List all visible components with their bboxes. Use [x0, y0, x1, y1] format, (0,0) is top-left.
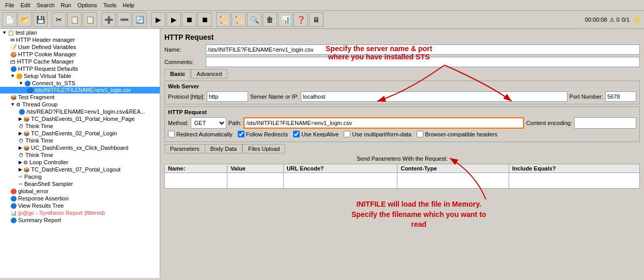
tree-item-tc-dash01[interactable]: ▶ 📦 TC_DashEvents_01_Portal_Home_Page: [0, 115, 160, 122]
tree-item-http-read[interactable]: 🔵 /sts/READ?FILENAME=env1_login.csv&REA.…: [0, 108, 160, 115]
tree-item-tc-dash02[interactable]: ▶ 📦 TC_DashEvents_02_Portal_Login: [0, 130, 160, 137]
encoding-input[interactable]: [574, 117, 636, 129]
redirect-checkbox[interactable]: [168, 131, 175, 137]
new-button[interactable]: 📄: [2, 12, 17, 27]
tab-basic[interactable]: Basic: [164, 69, 191, 79]
keepalive-checkbox[interactable]: [293, 131, 300, 137]
script2-button[interactable]: 📜: [232, 12, 246, 27]
tree-item-request-defaults[interactable]: 🔵 HTTP Request Defaults: [0, 65, 160, 72]
toggle-connect-to-sts[interactable]: ▼: [19, 81, 23, 86]
keepalive-check[interactable]: Use KeepAlive: [293, 131, 339, 137]
setup-virtual-icon: 🟠: [16, 73, 22, 79]
toggle-uc-dash-click[interactable]: ▶: [19, 145, 22, 150]
toggle-tc-dash02[interactable]: ▶: [19, 131, 22, 136]
tree-item-cookie-manager[interactable]: 🍪 HTTP Cookie Manager: [0, 51, 160, 58]
tree-item-loop-controller[interactable]: ▶ ⚙ Loop Controller: [0, 159, 160, 166]
follow-redirects-checkbox[interactable]: [238, 131, 244, 137]
toggle-tc-dash01[interactable]: ▶: [19, 116, 22, 121]
browser-compat-check[interactable]: Browser-compatible headers: [417, 131, 497, 137]
tree-item-http-initfile[interactable]: 🔵 /sts/INITFILE?FILENAME=env1_login.csv: [0, 87, 160, 94]
list-button[interactable]: 📊: [278, 12, 293, 27]
tree-item-connect-to-sts[interactable]: ▼ 🔵 Connect_to_STS: [0, 80, 160, 87]
menu-options[interactable]: Options: [74, 1, 100, 9]
menu-edit[interactable]: Edit: [18, 1, 34, 9]
tree-item-pacing[interactable]: ✏ Pacing: [0, 173, 160, 180]
name-input[interactable]: [206, 44, 640, 55]
shutdown-button[interactable]: ⏹: [197, 12, 212, 27]
tree-item-think-time-2[interactable]: ⏱ Think Time: [0, 137, 160, 144]
menu-tools[interactable]: Tools: [100, 1, 120, 9]
tree-label-connect-to-sts: Connect_to_STS: [32, 80, 75, 86]
tree-label-jp-gc: jp@gc - Synthesis Report (filtered): [18, 210, 105, 216]
clear-button[interactable]: 🗑: [263, 12, 277, 27]
toggle-loop-controller[interactable]: ▶: [19, 160, 22, 165]
tree-item-test-fragment[interactable]: 📦 Test Fragment: [0, 94, 160, 101]
search-btn[interactable]: 🔍: [247, 12, 262, 27]
tree-item-beanshell[interactable]: ✏ BeanShell Sampler: [0, 180, 160, 188]
tab-parameters[interactable]: Parameters: [164, 144, 205, 153]
tree-item-response-assertion[interactable]: 🔵 Response Assertion: [0, 195, 160, 202]
paste-button[interactable]: 📋: [83, 12, 97, 27]
send-params-label: Send Parameters With the Request:: [164, 155, 640, 162]
server-name-input[interactable]: [301, 91, 568, 102]
start-no-pauses[interactable]: ▶: [166, 12, 181, 27]
tree-item-think-time-1[interactable]: ⏱ Think Time: [0, 122, 160, 130]
script-button[interactable]: 📜: [216, 12, 231, 27]
remote-button[interactable]: 🖥: [309, 12, 324, 27]
menu-help[interactable]: Help: [119, 1, 137, 9]
tree-item-jp-gc[interactable]: 📊 jp@gc - Synthesis Report (filtered): [0, 209, 160, 216]
expand-button[interactable]: ➕: [101, 12, 116, 27]
protocol-input[interactable]: [207, 91, 248, 102]
header-manager-icon: ✉: [10, 37, 14, 43]
follow-redirects-check[interactable]: Follow Redirects: [238, 131, 288, 137]
toggle-test-plan[interactable]: ▼: [2, 30, 7, 35]
tree-item-view-results[interactable]: 🔵 View Results Tree: [0, 202, 160, 209]
comments-input[interactable]: [206, 57, 640, 67]
loop-controller-icon: ⚙: [23, 160, 28, 165]
tree-item-user-vars[interactable]: 📝 User Defined Variables: [0, 43, 160, 51]
redirect-check[interactable]: Redirect Automatically: [168, 131, 233, 137]
path-input[interactable]: [243, 117, 524, 129]
tree-item-global-error[interactable]: 🔴 global_error: [0, 188, 160, 195]
multipart-checkbox[interactable]: [344, 131, 350, 137]
tree-item-header-manager[interactable]: ✉ HTTP Header manager: [0, 36, 160, 43]
menu-run[interactable]: Run: [58, 1, 74, 9]
port-input[interactable]: [605, 91, 636, 102]
tree-item-setup-virtual[interactable]: ▼ 🟠 Setup Virtual Table: [0, 72, 160, 80]
help-icon-btn[interactable]: ❓: [294, 12, 308, 27]
cut-button[interactable]: ✂: [52, 12, 66, 27]
tree-item-cache-manager[interactable]: 🗃 HTTP Cache Manager: [0, 58, 160, 65]
tree-item-thread-group[interactable]: ▼ ⚙ Thread Group: [0, 101, 160, 108]
tab-advanced[interactable]: Advanced: [191, 69, 227, 79]
param-tabs: Parameters Body Data Files Upload: [164, 144, 640, 153]
tab-body-data[interactable]: Body Data: [205, 144, 242, 153]
tree-item-uc-dash-click[interactable]: ▶ 📦 UC_DashEvents_xx_Click_Dashboard: [0, 144, 160, 151]
save-button[interactable]: 💾: [33, 12, 48, 27]
menu-file[interactable]: File: [2, 1, 18, 9]
tree-item-think-time-3[interactable]: ⏱ Think Time: [0, 151, 160, 159]
warning-count: 0: [617, 17, 620, 23]
port-label: Port Number:: [570, 94, 603, 100]
menu-search[interactable]: Search: [34, 1, 58, 9]
start-button[interactable]: ▶: [151, 12, 165, 27]
copy-button[interactable]: 📋: [67, 12, 82, 27]
collapse-button[interactable]: ➖: [117, 12, 131, 27]
keepalive-label: Use KeepAlive: [301, 131, 339, 137]
browser-compat-checkbox[interactable]: [417, 131, 423, 137]
toggle-setup-virtual[interactable]: ▼: [10, 73, 15, 79]
tree-item-summary-report[interactable]: 🔵 Summary Report: [0, 216, 160, 224]
toggle-thread-group[interactable]: ▼: [10, 102, 15, 107]
tree-item-test-plan[interactable]: ▼ 📋 test plan: [0, 29, 160, 36]
tab-files-upload[interactable]: Files Upload: [242, 144, 285, 153]
uc-dash-click-icon: 📦: [23, 145, 29, 151]
stop-button[interactable]: ⏹: [182, 12, 196, 27]
server-row: Protocol [http]: Server Name or IP: Port…: [168, 91, 636, 102]
refresh-button[interactable]: 🔄: [132, 12, 147, 27]
open-button[interactable]: 📂: [18, 12, 32, 27]
multipart-label: Use multipart/form-data: [352, 131, 411, 137]
multipart-check[interactable]: Use multipart/form-data: [344, 131, 411, 137]
method-select[interactable]: GET POST PUT DELETE: [191, 117, 226, 129]
tree-label-tc-dash02: TC_DashEvents_02_Portal_Login: [31, 130, 117, 136]
tree-item-tc-dash07[interactable]: ▶ 📦 TC_DashEvents_07_Portal_Logout: [0, 166, 160, 173]
toggle-tc-dash07[interactable]: ▶: [19, 167, 22, 172]
